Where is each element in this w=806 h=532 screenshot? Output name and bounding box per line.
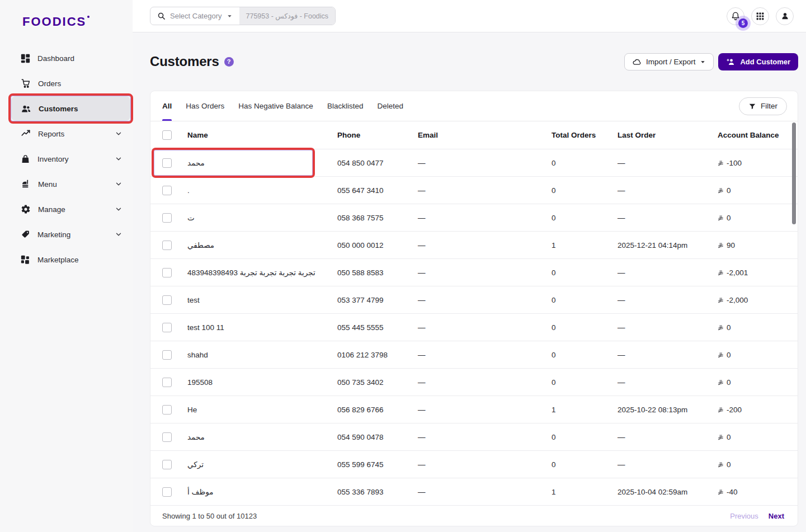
table-row[interactable]: موظف أ 055 336 7893 — 1 2025-10-04 02:59…	[150, 478, 798, 505]
customer-name[interactable]: shahd	[187, 351, 208, 359]
add-customer-button[interactable]: Add Customer	[718, 53, 798, 70]
row-checkbox[interactable]	[162, 241, 172, 250]
sidebar-item-reports[interactable]: Reports	[11, 121, 130, 146]
chevron-down-icon	[115, 205, 122, 213]
sidebar-item-customers[interactable]: Customers	[11, 96, 130, 121]
sidebar-item-manage[interactable]: Manage	[11, 197, 130, 222]
foodics-logo[interactable]: FOODICS	[0, 0, 133, 29]
page-head: Customers ? Import / Export Add Customer	[150, 32, 798, 91]
filter-button[interactable]: Filter	[739, 97, 787, 115]
column-header-phone[interactable]: Phone	[337, 131, 418, 139]
row-checkbox[interactable]	[162, 350, 172, 360]
saudi-riyal-symbol	[718, 215, 724, 222]
customer-name[interactable]: تجربة تجربة تجربة تجربة 483948398493	[187, 269, 315, 277]
customer-name[interactable]: تركي	[187, 460, 204, 469]
row-checkbox[interactable]	[162, 405, 172, 415]
table-row[interactable]: . 055 647 3410 — 0 — 0	[150, 176, 798, 204]
customer-email: —	[418, 488, 552, 496]
help-icon[interactable]: ?	[224, 57, 234, 67]
customer-name[interactable]: محمد	[187, 433, 205, 441]
foodics-logo-text: FOODICS	[22, 15, 86, 29]
customer-account-balance: 0	[718, 351, 798, 359]
tab-deleted[interactable]: Deleted	[377, 91, 403, 121]
table-row[interactable]: 195508 050 735 3402 — 0 — 0	[150, 368, 798, 396]
row-checkbox[interactable]	[162, 460, 172, 469]
import-export-button[interactable]: Import / Export	[624, 53, 714, 70]
table-row[interactable]: test 053 377 4799 — 0 — -2,000	[150, 286, 798, 313]
tab-has-negative-balance[interactable]: Has Negative Balance	[238, 91, 313, 121]
row-checkbox[interactable]	[162, 378, 172, 387]
balance-value: 0	[727, 323, 731, 332]
saudi-riyal-symbol	[718, 270, 724, 276]
table-row[interactable]: محمد 054 590 0478 — 0 — 0	[150, 423, 798, 450]
table-row[interactable]: محمد 054 850 0477 — 0 — -100	[150, 149, 798, 176]
marketplace-icon	[21, 255, 30, 265]
sidebar-item-marketing[interactable]: Marketing	[11, 222, 130, 247]
table-row[interactable]: تركي 055 599 6745 — 0 — 0	[150, 450, 798, 478]
tab-blacklisted[interactable]: Blacklisted	[327, 91, 364, 121]
next-page-link[interactable]: Next	[769, 512, 784, 520]
row-checkbox[interactable]	[162, 295, 172, 305]
sidebar-item-dashboard[interactable]: Dashboard	[11, 46, 130, 70]
previous-page-link[interactable]: Previous	[730, 512, 758, 520]
table-row[interactable]: test 100 11 055 445 5555 — 0 — 0	[150, 313, 798, 341]
sidebar-item-label: Orders	[38, 79, 61, 88]
customer-name[interactable]: 195508	[187, 378, 213, 387]
sidebar-item-orders[interactable]: Orders	[11, 71, 130, 96]
table-row[interactable]: مصطفي 050 000 0012 — 1 2025-12-21 04:14p…	[150, 231, 798, 258]
sidebar-item-label: Reports	[38, 130, 64, 138]
customer-name[interactable]: موظف أ	[187, 488, 213, 496]
cloud-icon	[632, 57, 642, 67]
table-row[interactable]: تجربة تجربة تجربة تجربة 483948398493 050…	[150, 258, 798, 286]
filter-funnel-icon	[748, 102, 756, 110]
row-checkbox[interactable]	[162, 213, 172, 223]
select-all-checkbox[interactable]	[162, 130, 172, 140]
caret-down-icon	[700, 59, 706, 65]
column-header-total-orders[interactable]: Total Orders	[552, 131, 618, 139]
customer-total-orders: 0	[552, 296, 618, 304]
tab-all[interactable]: All	[162, 91, 172, 121]
foodics-logo-dot	[87, 16, 89, 18]
table-row[interactable]: He 056 829 6766 — 1 2025-10-22 08:13pm -…	[150, 396, 798, 423]
row-checkbox[interactable]	[162, 487, 172, 497]
row-checkbox[interactable]	[162, 323, 172, 332]
customer-name[interactable]: محمد	[187, 159, 205, 167]
row-checkbox[interactable]	[162, 158, 172, 168]
account-button[interactable]	[776, 7, 794, 25]
customer-name[interactable]: مصطفي	[187, 241, 214, 249]
caret-down-icon	[227, 13, 233, 19]
table-row[interactable]: shahd 0106 212 3798 — 0 — 0	[150, 341, 798, 368]
balance-value: -2,001	[727, 269, 748, 277]
sidebar-item-menu[interactable]: Menu	[11, 172, 130, 196]
customer-email: —	[418, 186, 552, 195]
sidebar-item-inventory[interactable]: Inventory	[11, 147, 130, 171]
notifications-button[interactable]: 5	[727, 7, 744, 25]
row-checkbox[interactable]	[162, 432, 172, 442]
customer-name[interactable]: test 100 11	[187, 323, 224, 332]
table-row[interactable]: ت 058 368 7575 — 0 — 0	[150, 204, 798, 231]
column-header-last-order[interactable]: Last Order	[618, 131, 718, 139]
category-select[interactable]: Select Category 775953 - فودكس - Foodics	[150, 7, 336, 25]
column-header-account-balance[interactable]: Account Balance	[718, 131, 798, 139]
row-checkbox[interactable]	[162, 268, 172, 277]
customer-name[interactable]: He	[187, 406, 197, 414]
row-checkbox[interactable]	[162, 186, 172, 195]
customer-total-orders: 1	[552, 241, 618, 249]
apps-grid-button[interactable]	[751, 7, 769, 25]
menu-food-icon	[21, 179, 31, 189]
balance-value: 0	[727, 378, 731, 387]
customer-last-order: —	[618, 460, 718, 469]
balance-value: -100	[727, 159, 742, 167]
tab-has-orders[interactable]: Has Orders	[186, 91, 224, 121]
customer-name[interactable]: ت	[187, 214, 195, 222]
balance-value: -40	[727, 488, 738, 496]
customer-name[interactable]: test	[187, 296, 200, 304]
column-header-name[interactable]: Name	[187, 131, 337, 139]
customer-account-balance: 0	[718, 186, 798, 195]
table-scrollbar-thumb[interactable]	[792, 123, 796, 224]
column-header-email[interactable]: Email	[418, 131, 552, 139]
customer-total-orders: 1	[552, 488, 618, 496]
sidebar-item-marketplace[interactable]: Marketplace	[11, 247, 130, 272]
customer-total-orders: 0	[552, 460, 618, 469]
customer-name[interactable]: .	[187, 186, 190, 195]
